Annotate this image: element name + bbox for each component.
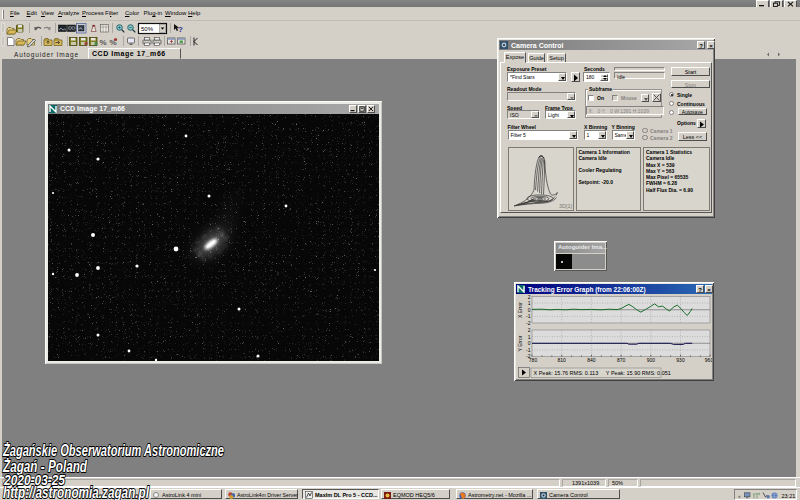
- svg-text:http://astronomia.zagan.pl: http://astronomia.zagan.pl: [3, 483, 149, 500]
